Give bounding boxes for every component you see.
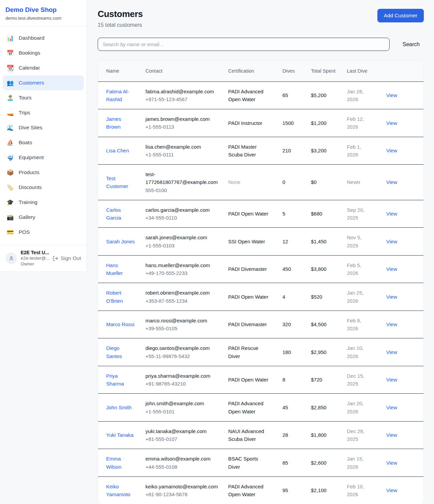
customer-name-link[interactable]: Robert O'Brien (106, 290, 123, 303)
sidebar-item-calendar[interactable]: 📆 Calendar (3, 60, 84, 75)
customer-name-link[interactable]: Emma Wilson (106, 456, 121, 469)
sidebar-item-gallery[interactable]: 📸 Gallery (3, 210, 84, 225)
customer-name-link[interactable]: Fatima Al-Rashid (106, 89, 129, 102)
customer-last-dive: Jan 10, 2026 (347, 338, 386, 366)
view-link[interactable]: View (386, 294, 397, 300)
equipment-icon: 🤿 (6, 154, 14, 161)
sidebar-item-bookings[interactable]: 📅 Bookings (3, 45, 84, 60)
view-link[interactable]: View (386, 211, 397, 217)
view-link[interactable]: View (386, 349, 397, 355)
customer-phone: +1-555-0103 (145, 242, 219, 249)
shop-header: Demo Dive Shop demo.test.divestreams.com (0, 0, 86, 26)
customer-name-link[interactable]: Yuki Tanaka (106, 432, 134, 438)
page-title: Customers (98, 9, 143, 19)
search-button[interactable]: Search (398, 39, 424, 50)
sidebar-item-trips[interactable]: 🚤 Trips (3, 105, 84, 120)
customer-email: emma.wilson@example.com (145, 455, 219, 463)
table-row: Marco Rossi marco.rossi@example.com +39-… (98, 311, 424, 338)
customer-name-link[interactable]: Marco Rossi (106, 321, 134, 327)
view-link[interactable]: View (386, 266, 397, 272)
view-link[interactable]: View (386, 460, 397, 466)
customer-name-link[interactable]: Test Customer (106, 175, 128, 189)
customer-phone: +81-555-0107 (145, 435, 219, 443)
customer-total-spent: $5,200 (311, 81, 347, 109)
customer-name-link[interactable]: James Brown (106, 116, 121, 130)
customer-name-link[interactable]: Keiko Yamamoto (106, 484, 130, 497)
customer-certification: BSAC Sports Diver (228, 449, 282, 477)
user-role: Owner (21, 261, 49, 267)
sidebar-item-label: Calendar (19, 65, 40, 71)
customer-name-link[interactable]: Priya Sharma (106, 373, 124, 387)
customer-dives: 320 (282, 311, 311, 338)
customer-phone: +353-87-555-1234 (145, 297, 219, 305)
dashboard-icon: 📊 (6, 35, 14, 42)
view-link[interactable]: View (386, 377, 397, 382)
sidebar-item-customers[interactable]: 👥 Customers (3, 75, 84, 90)
customer-certification: SSI Open Water (228, 228, 282, 256)
sidebar-item-label: Products (19, 169, 39, 175)
customer-name-link[interactable]: Sarah Jones (106, 239, 135, 244)
customer-certification: None (228, 165, 282, 200)
table-row: Sarah Jones sarah.jones@example.com +1-5… (98, 228, 424, 256)
table-row: Emma Wilson emma.wilson@example.com +44-… (98, 449, 424, 477)
sidebar-item-label: POS (19, 229, 30, 235)
sidebar-item-products[interactable]: 📦 Products (3, 165, 84, 180)
column-header (386, 60, 424, 81)
shop-domain: demo.test.divestreams.com (5, 16, 81, 21)
sidebar-item-equipment[interactable]: 🤿 Equipment (3, 150, 84, 165)
sidebar-item-pos[interactable]: 💳 POS (3, 225, 84, 240)
customer-name-link[interactable]: Hans Mueller (106, 262, 123, 276)
customer-name-link[interactable]: John Smith (106, 405, 132, 410)
table-header-row: NameContactCertificationDivesTotal Spent… (98, 60, 424, 81)
customer-total-spent: $2,850 (311, 394, 347, 422)
column-header: Last Dive (347, 60, 386, 81)
customer-name-link[interactable]: Lisa Chen (106, 148, 129, 153)
sidebar-item-boats[interactable]: ⛵ Boats (3, 135, 84, 150)
customer-total-spent: $3,800 (311, 255, 347, 283)
customer-phone: +1-555-0101 (145, 408, 219, 415)
search-input[interactable] (98, 38, 390, 51)
sidebar-item-dive-sites[interactable]: 🌊 Dive Sites (3, 120, 84, 135)
customer-email: hans.mueller@example.com (145, 261, 219, 269)
sidebar-item-training[interactable]: 🎓 Training (3, 195, 84, 210)
user-email: e2e-tester@... (21, 256, 49, 261)
customer-dives: 8 (282, 366, 311, 394)
view-link[interactable]: View (386, 405, 397, 410)
customer-last-dive: Dec 15, 2025 (347, 366, 386, 394)
view-link[interactable]: View (386, 432, 397, 438)
sign-out-button[interactable]: Sign Out (53, 255, 81, 261)
view-link[interactable]: View (386, 239, 397, 244)
user-info: E2E Test U... e2e-tester@... Owner (21, 250, 49, 267)
sidebar-item-dashboard[interactable]: 📊 Dashboard (3, 31, 84, 45)
view-link[interactable]: View (386, 179, 397, 185)
user-icon (8, 256, 14, 261)
customer-email: james.brown@example.com (145, 115, 219, 123)
customer-total-spent: $3,200 (311, 137, 347, 165)
tours-icon: 🏝️ (6, 94, 14, 101)
view-link[interactable]: View (386, 148, 397, 153)
view-link[interactable]: View (386, 487, 397, 493)
customer-email: marco.rossi@example.com (145, 317, 219, 324)
customer-last-dive: Sep 20, 2025 (347, 200, 386, 228)
avatar (5, 253, 17, 264)
table-row: Yuki Tanaka yuki.tanaka@example.com +81-… (98, 421, 424, 449)
customer-name-link[interactable]: Diego Santos (106, 345, 122, 359)
sign-out-label: Sign Out (61, 255, 81, 261)
customer-count: 15 total customers (98, 22, 143, 28)
view-link[interactable]: View (386, 321, 397, 327)
customer-certification: PADI Open Water (228, 200, 282, 228)
sidebar-item-tours[interactable]: 🏝️ Tours (3, 90, 84, 105)
customer-dives: 28 (282, 421, 311, 449)
column-header: Contact (145, 60, 228, 81)
customer-total-spent: $1,800 (311, 421, 347, 449)
sidebar-item-discounts[interactable]: 🏷️ Discounts (3, 180, 84, 195)
view-link[interactable]: View (386, 120, 397, 126)
customers-table: NameContactCertificationDivesTotal Spent… (98, 60, 424, 504)
view-link[interactable]: View (386, 92, 397, 98)
customer-certification: PADI Advanced Open Water (228, 477, 282, 504)
customer-name-link[interactable]: Carlos Garcia (106, 207, 121, 221)
table-row: Diego Santos diego.santos@example.com +5… (98, 338, 424, 366)
add-customer-button[interactable]: Add Customer (377, 9, 424, 22)
customers-table-card: NameContactCertificationDivesTotal Spent… (98, 60, 424, 504)
shop-name: Demo Dive Shop (5, 6, 81, 14)
